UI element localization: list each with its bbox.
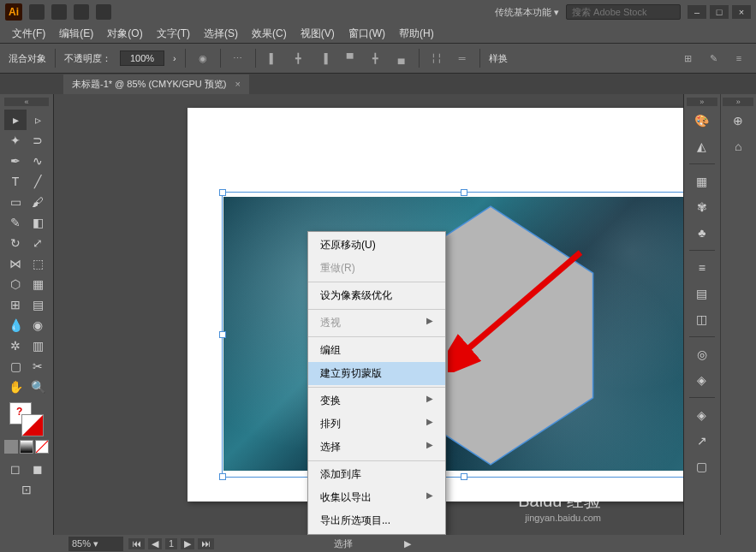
nav-first-icon[interactable]: ⏮ bbox=[128, 538, 145, 549]
menu-file[interactable]: 文件(F) bbox=[7, 25, 51, 43]
properties-panel-icon[interactable]: ⊕ bbox=[727, 110, 749, 132]
collapse-right-icon[interactable]: » bbox=[723, 98, 753, 106]
page-number[interactable]: 1 bbox=[165, 538, 177, 549]
align-vcenter-icon[interactable]: ╋ bbox=[367, 50, 384, 67]
transform-button[interactable]: 样换 bbox=[489, 52, 508, 65]
blend-tool[interactable]: ◉ bbox=[27, 315, 49, 335]
shape-builder-tool[interactable]: ⬡ bbox=[4, 274, 27, 294]
ctx-export-selection[interactable]: 导出所选项目... bbox=[308, 509, 445, 532]
fill-stroke-swatch[interactable] bbox=[9, 402, 44, 436]
nav-last-icon[interactable]: ⏭ bbox=[198, 538, 214, 549]
pen-tool[interactable]: ✒ bbox=[4, 151, 27, 171]
screen-mode-icon[interactable]: ⊡ bbox=[15, 479, 38, 500]
ctx-add-to-library[interactable]: 添加到库 bbox=[308, 463, 445, 486]
draw-behind-icon[interactable]: ◼ bbox=[27, 459, 49, 479]
color-panel-icon[interactable]: 🎨 bbox=[691, 110, 713, 132]
rectangle-tool[interactable]: ▭ bbox=[4, 192, 27, 212]
arrange-icon[interactable] bbox=[74, 4, 89, 20]
rotate-tool[interactable]: ↻ bbox=[4, 233, 27, 253]
nav-prev-icon[interactable]: ◀ bbox=[148, 538, 162, 549]
zoom-tool[interactable]: 🔍 bbox=[27, 377, 49, 397]
stock-icon[interactable] bbox=[51, 4, 67, 20]
collapse-left-icon[interactable]: » bbox=[687, 98, 717, 106]
slice-tool[interactable]: ✂ bbox=[27, 356, 49, 377]
opacity-arrow-icon[interactable]: › bbox=[173, 53, 176, 63]
asset-export-icon[interactable]: ↗ bbox=[691, 430, 713, 452]
artboards-panel-icon[interactable]: ▢ bbox=[691, 455, 713, 478]
canvas[interactable]: 还原移动(U) 重做(R) 设为像素级优化 透视▶ 编组 建立剪切蒙版 变换▶ … bbox=[54, 94, 683, 552]
direct-selection-tool[interactable]: ▹ bbox=[27, 110, 49, 130]
symbols-panel-icon[interactable]: ♣ bbox=[691, 222, 713, 244]
zoom-input[interactable]: 85% ▾ bbox=[68, 537, 123, 551]
align-hcenter-icon[interactable]: ╋ bbox=[290, 50, 307, 67]
menu-edit[interactable]: 编辑(E) bbox=[54, 25, 98, 43]
menu-view[interactable]: 视图(V) bbox=[295, 25, 340, 43]
hand-tool[interactable]: ✋ bbox=[4, 377, 27, 397]
edit-icon[interactable]: ✎ bbox=[705, 50, 722, 67]
lasso-tool[interactable]: ⊃ bbox=[27, 130, 49, 151]
align-left-icon[interactable]: ▌ bbox=[265, 50, 282, 67]
tab-close-icon[interactable]: × bbox=[235, 79, 240, 89]
gradient-panel-icon[interactable]: ▤ bbox=[691, 282, 713, 305]
graph-tool[interactable]: ▥ bbox=[27, 335, 49, 356]
workspace-switcher[interactable]: 传统基本功能 ▾ bbox=[495, 6, 559, 19]
menu-help[interactable]: 帮助(H) bbox=[394, 25, 439, 43]
isolate-icon[interactable]: ⊞ bbox=[679, 50, 696, 67]
magic-wand-tool[interactable]: ✦ bbox=[4, 130, 27, 151]
menu-window[interactable]: 窗口(W) bbox=[343, 25, 390, 43]
ctx-group[interactable]: 编组 bbox=[308, 339, 445, 362]
eraser-tool[interactable]: ◧ bbox=[27, 212, 49, 233]
ctx-arrange[interactable]: 排列▶ bbox=[308, 413, 445, 436]
selection-tool[interactable]: ▸ bbox=[4, 110, 27, 130]
gradient-tool[interactable]: ▤ bbox=[27, 294, 49, 315]
gradient-mode-icon[interactable] bbox=[20, 440, 33, 454]
list-icon[interactable]: ≡ bbox=[730, 50, 747, 67]
artboard-tool[interactable]: ▢ bbox=[4, 356, 27, 377]
dist-h-icon[interactable]: ╎╎ bbox=[428, 50, 445, 67]
document-tab[interactable]: 未标题-1* @ 85% (CMYK/GPU 预览) × bbox=[63, 74, 249, 94]
symbol-sprayer-tool[interactable]: ✲ bbox=[4, 335, 27, 356]
align-panel-icon[interactable]: ⋯ bbox=[229, 50, 247, 67]
transparency-panel-icon[interactable]: ◫ bbox=[691, 308, 713, 330]
ctx-collect-export[interactable]: 收集以导出▶ bbox=[308, 486, 445, 509]
shaper-tool[interactable]: ✎ bbox=[4, 212, 27, 233]
opacity-input[interactable] bbox=[120, 50, 164, 66]
ctx-undo[interactable]: 还原移动(U) bbox=[308, 234, 445, 257]
graphic-styles-icon[interactable]: ◈ bbox=[691, 369, 713, 391]
ctx-make-clipping-mask[interactable]: 建立剪切蒙版 bbox=[308, 362, 445, 385]
ctx-transform[interactable]: 变换▶ bbox=[308, 389, 445, 413]
menu-select[interactable]: 选择(S) bbox=[199, 25, 243, 43]
line-tool[interactable]: ╱ bbox=[27, 171, 49, 192]
close-button[interactable]: × bbox=[732, 5, 751, 19]
scale-tool[interactable]: ⤢ bbox=[27, 233, 49, 253]
stroke-panel-icon[interactable]: ≡ bbox=[691, 257, 713, 279]
nav-next-icon[interactable]: ▶ bbox=[181, 538, 194, 549]
minimize-button[interactable]: – bbox=[688, 5, 706, 19]
appearance-panel-icon[interactable]: ◎ bbox=[691, 343, 713, 365]
align-top-icon[interactable]: ▀ bbox=[342, 50, 359, 67]
menu-text[interactable]: 文字(T) bbox=[152, 25, 195, 43]
width-tool[interactable]: ⋈ bbox=[4, 253, 27, 274]
paintbrush-tool[interactable]: 🖌 bbox=[27, 192, 49, 212]
libraries-panel-icon[interactable]: ⌂ bbox=[727, 135, 749, 157]
ctx-select[interactable]: 选择▶ bbox=[308, 436, 445, 459]
brushes-panel-icon[interactable]: ✾ bbox=[691, 196, 713, 218]
bridge-icon[interactable] bbox=[29, 4, 45, 20]
search-input[interactable] bbox=[566, 4, 681, 20]
color-guide-icon[interactable]: ◭ bbox=[691, 135, 713, 157]
recolor-icon[interactable]: ◉ bbox=[194, 50, 211, 67]
color-mode-icon[interactable] bbox=[4, 440, 18, 454]
collapse-icon[interactable]: « bbox=[4, 98, 49, 106]
swatches-panel-icon[interactable]: ▦ bbox=[691, 170, 713, 193]
ctx-pixel-perfect[interactable]: 设为像素级优化 bbox=[308, 284, 445, 307]
scroll-right-icon[interactable]: ▶ bbox=[404, 538, 411, 549]
draw-normal-icon[interactable]: ◻ bbox=[4, 459, 27, 479]
dist-v-icon[interactable]: ═ bbox=[454, 50, 471, 67]
menu-effect[interactable]: 效果(C) bbox=[247, 25, 292, 43]
perspective-tool[interactable]: ▦ bbox=[27, 274, 49, 294]
gpu-icon[interactable] bbox=[96, 4, 111, 20]
none-mode-icon[interactable] bbox=[35, 440, 49, 454]
eyedropper-tool[interactable]: 💧 bbox=[4, 315, 27, 335]
curvature-tool[interactable]: ∿ bbox=[27, 151, 49, 171]
menu-object[interactable]: 对象(O) bbox=[102, 25, 147, 43]
